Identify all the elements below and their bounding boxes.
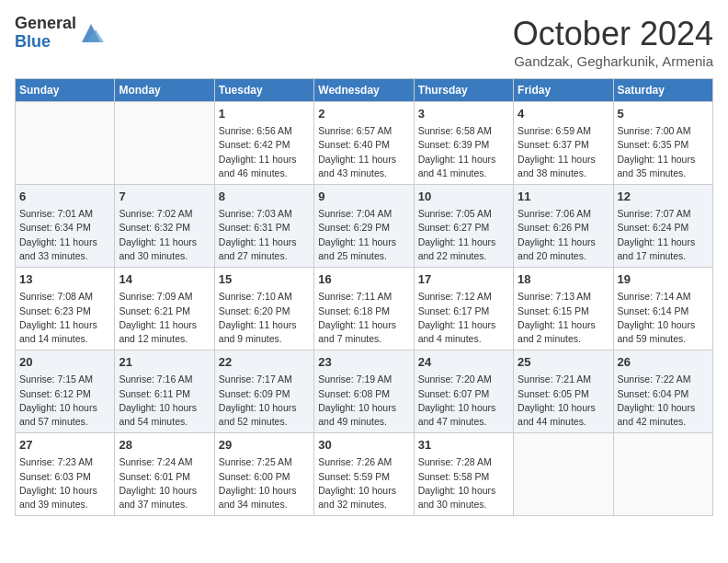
calendar-cell: 23Sunrise: 7:19 AM Sunset: 6:08 PM Dayli… [314,350,414,433]
calendar-cell: 27Sunrise: 7:23 AM Sunset: 6:03 PM Dayli… [16,433,115,516]
day-info: Sunrise: 7:12 AM Sunset: 6:17 PM Dayligh… [418,290,509,346]
calendar-cell: 29Sunrise: 7:25 AM Sunset: 6:00 PM Dayli… [214,433,313,516]
day-number: 24 [418,354,509,371]
calendar-cell: 28Sunrise: 7:24 AM Sunset: 6:01 PM Dayli… [115,433,214,516]
day-number: 12 [618,189,709,205]
day-number: 25 [518,354,609,371]
day-info: Sunrise: 7:13 AM Sunset: 6:15 PM Dayligh… [518,290,609,346]
day-info: Sunrise: 7:17 AM Sunset: 6:09 PM Dayligh… [219,373,310,429]
page-header: General Blue October 2024 Gandzak, Gegha… [15,15,713,69]
day-info: Sunrise: 7:24 AM Sunset: 6:01 PM Dayligh… [119,455,210,511]
calendar-cell: 1Sunrise: 6:56 AM Sunset: 6:42 PM Daylig… [214,102,313,185]
calendar-cell: 8Sunrise: 7:03 AM Sunset: 6:31 PM Daylig… [214,185,313,268]
day-info: Sunrise: 6:58 AM Sunset: 6:39 PM Dayligh… [418,124,509,180]
day-info: Sunrise: 7:08 AM Sunset: 6:23 PM Dayligh… [19,290,110,346]
day-number: 19 [618,271,709,288]
day-info: Sunrise: 7:23 AM Sunset: 6:03 PM Dayligh… [19,455,110,511]
day-info: Sunrise: 7:26 AM Sunset: 5:59 PM Dayligh… [318,455,409,511]
day-number: 4 [518,106,609,122]
calendar-cell [514,433,613,516]
day-of-week-header: Saturday [613,79,712,102]
day-number: 30 [318,437,409,454]
day-number: 16 [318,271,409,288]
calendar-cell [613,433,712,516]
title-section: October 2024 Gandzak, Gegharkunik, Armen… [513,15,713,69]
day-number: 20 [19,354,110,371]
day-info: Sunrise: 7:04 AM Sunset: 6:29 PM Dayligh… [318,207,409,263]
day-number: 6 [19,189,110,205]
calendar-cell: 24Sunrise: 7:20 AM Sunset: 6:07 PM Dayli… [414,350,513,433]
day-info: Sunrise: 7:11 AM Sunset: 6:18 PM Dayligh… [318,290,409,346]
calendar-cell: 25Sunrise: 7:21 AM Sunset: 6:05 PM Dayli… [514,350,613,433]
day-of-week-header: Wednesday [314,79,414,102]
day-number: 13 [19,271,110,288]
month-title: October 2024 [513,15,713,53]
calendar-cell [115,102,214,185]
day-info: Sunrise: 7:10 AM Sunset: 6:20 PM Dayligh… [219,290,310,346]
calendar-cell: 3Sunrise: 6:58 AM Sunset: 6:39 PM Daylig… [414,102,513,185]
calendar-cell: 5Sunrise: 7:00 AM Sunset: 6:35 PM Daylig… [613,102,712,185]
day-info: Sunrise: 7:14 AM Sunset: 6:14 PM Dayligh… [618,290,709,346]
calendar-cell: 6Sunrise: 7:01 AM Sunset: 6:34 PM Daylig… [16,185,115,268]
logo-blue-text: Blue [15,33,76,52]
day-info: Sunrise: 7:20 AM Sunset: 6:07 PM Dayligh… [418,373,509,429]
day-info: Sunrise: 7:28 AM Sunset: 5:58 PM Dayligh… [418,455,509,511]
day-number: 23 [318,354,409,371]
day-number: 28 [119,437,210,454]
calendar-cell: 16Sunrise: 7:11 AM Sunset: 6:18 PM Dayli… [314,268,414,350]
calendar-cell: 12Sunrise: 7:07 AM Sunset: 6:24 PM Dayli… [613,185,712,268]
day-info: Sunrise: 7:07 AM Sunset: 6:24 PM Dayligh… [618,207,709,263]
day-number: 9 [318,189,409,205]
calendar-cell: 4Sunrise: 6:59 AM Sunset: 6:37 PM Daylig… [514,102,613,185]
calendar-cell: 7Sunrise: 7:02 AM Sunset: 6:32 PM Daylig… [115,185,214,268]
day-number: 10 [418,189,509,205]
day-number: 15 [219,271,310,288]
day-number: 8 [219,189,310,205]
day-number: 21 [119,354,210,371]
calendar-week-row: 1Sunrise: 6:56 AM Sunset: 6:42 PM Daylig… [16,102,713,185]
day-of-week-header: Thursday [414,79,513,102]
day-info: Sunrise: 7:15 AM Sunset: 6:12 PM Dayligh… [19,373,110,429]
calendar-week-row: 20Sunrise: 7:15 AM Sunset: 6:12 PM Dayli… [16,350,713,433]
day-info: Sunrise: 6:59 AM Sunset: 6:37 PM Dayligh… [518,124,609,180]
calendar-cell: 10Sunrise: 7:05 AM Sunset: 6:27 PM Dayli… [414,185,513,268]
logo-general-text: General [15,15,76,33]
day-info: Sunrise: 7:21 AM Sunset: 6:05 PM Dayligh… [518,373,609,429]
day-number: 27 [19,437,110,454]
calendar-cell: 17Sunrise: 7:12 AM Sunset: 6:17 PM Dayli… [414,268,513,350]
calendar-header-row: SundayMondayTuesdayWednesdayThursdayFrid… [16,79,713,102]
calendar-week-row: 13Sunrise: 7:08 AM Sunset: 6:23 PM Dayli… [16,268,713,350]
calendar-cell: 20Sunrise: 7:15 AM Sunset: 6:12 PM Dayli… [16,350,115,433]
calendar-cell: 31Sunrise: 7:28 AM Sunset: 5:58 PM Dayli… [414,433,513,516]
day-number: 18 [518,271,609,288]
day-number: 3 [418,106,509,122]
calendar-cell: 15Sunrise: 7:10 AM Sunset: 6:20 PM Dayli… [214,268,313,350]
calendar-cell: 22Sunrise: 7:17 AM Sunset: 6:09 PM Dayli… [214,350,313,433]
day-number: 26 [618,354,709,371]
day-info: Sunrise: 7:09 AM Sunset: 6:21 PM Dayligh… [119,290,210,346]
day-number: 29 [219,437,310,454]
day-of-week-header: Sunday [16,79,115,102]
day-info: Sunrise: 7:19 AM Sunset: 6:08 PM Dayligh… [318,373,409,429]
location-subtitle: Gandzak, Gegharkunik, Armenia [513,53,713,69]
day-of-week-header: Tuesday [214,79,313,102]
day-of-week-header: Monday [115,79,214,102]
day-number: 7 [119,189,210,205]
day-number: 17 [418,271,509,288]
calendar-cell: 21Sunrise: 7:16 AM Sunset: 6:11 PM Dayli… [115,350,214,433]
calendar-cell: 2Sunrise: 6:57 AM Sunset: 6:40 PM Daylig… [314,102,414,185]
calendar-cell: 30Sunrise: 7:26 AM Sunset: 5:59 PM Dayli… [314,433,414,516]
day-number: 5 [618,106,709,122]
day-info: Sunrise: 6:57 AM Sunset: 6:40 PM Dayligh… [318,124,409,180]
day-info: Sunrise: 7:05 AM Sunset: 6:27 PM Dayligh… [418,207,509,263]
day-number: 2 [318,106,409,122]
day-info: Sunrise: 6:56 AM Sunset: 6:42 PM Dayligh… [219,124,310,180]
day-number: 1 [219,106,310,122]
day-info: Sunrise: 7:03 AM Sunset: 6:31 PM Dayligh… [219,207,310,263]
day-number: 11 [518,189,609,205]
day-info: Sunrise: 7:01 AM Sunset: 6:34 PM Dayligh… [19,207,110,263]
day-info: Sunrise: 7:00 AM Sunset: 6:35 PM Dayligh… [618,124,709,180]
day-info: Sunrise: 7:22 AM Sunset: 6:04 PM Dayligh… [618,373,709,429]
calendar-table: SundayMondayTuesdayWednesdayThursdayFrid… [15,78,713,516]
day-number: 22 [219,354,310,371]
